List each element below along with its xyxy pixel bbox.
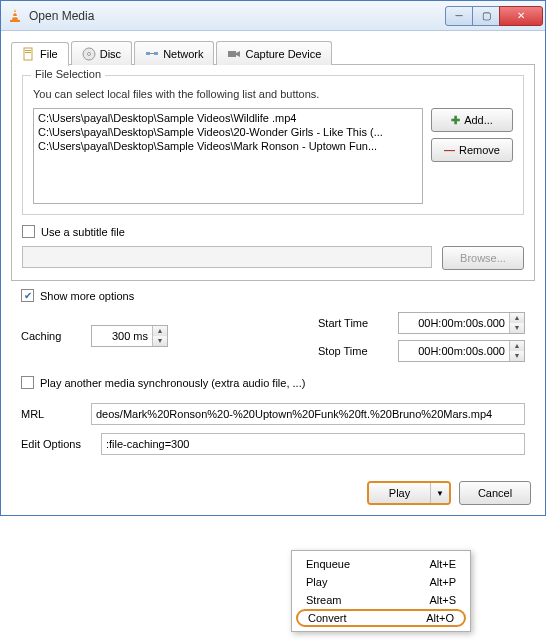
vlc-icon [7, 8, 23, 24]
svg-rect-5 [25, 50, 31, 51]
file-selection-hint: You can select local files with the foll… [33, 88, 513, 100]
cancel-button[interactable]: Cancel [459, 481, 531, 505]
show-more-checkbox[interactable] [21, 289, 34, 302]
menu-label: Convert [308, 612, 347, 624]
tab-disc[interactable]: Disc [71, 41, 132, 65]
menu-label: Enqueue [306, 558, 350, 570]
cancel-button-label: Cancel [478, 487, 512, 499]
file-selection-group: File Selection You can select local file… [22, 75, 524, 215]
menu-label: Play [306, 576, 327, 588]
stop-time-label: Stop Time [318, 345, 388, 357]
network-icon [145, 47, 159, 61]
svg-rect-12 [228, 51, 236, 57]
start-time-value[interactable] [399, 317, 509, 329]
spin-down-icon[interactable]: ▼ [510, 323, 524, 333]
disc-icon [82, 47, 96, 61]
spin-down-icon[interactable]: ▼ [153, 336, 167, 346]
file-selection-legend: File Selection [31, 68, 105, 80]
spin-up-icon[interactable]: ▲ [510, 341, 524, 351]
window-controls: ─ ▢ ✕ [446, 6, 543, 26]
spin-up-icon[interactable]: ▲ [153, 326, 167, 336]
play-another-checkbox[interactable] [21, 376, 34, 389]
file-icon [22, 47, 36, 61]
show-more-label: Show more options [40, 290, 134, 302]
spin-down-icon[interactable]: ▼ [510, 351, 524, 361]
action-bar: Play ▼ Cancel [1, 473, 545, 515]
tab-network-label: Network [163, 48, 203, 60]
browse-button-label: Browse... [460, 252, 506, 264]
svg-marker-0 [12, 9, 18, 20]
stop-time-value[interactable] [399, 345, 509, 357]
window-title: Open Media [29, 9, 446, 23]
tab-file-label: File [40, 48, 58, 60]
svg-point-8 [87, 52, 90, 55]
subtitle-checkbox[interactable] [22, 225, 35, 238]
svg-rect-9 [146, 52, 150, 55]
stop-time-spinbox[interactable]: ▲▼ [398, 340, 525, 362]
svg-rect-6 [25, 52, 31, 53]
svg-rect-1 [10, 20, 20, 22]
menu-shortcut: Alt+O [426, 612, 454, 624]
maximize-button[interactable]: ▢ [472, 6, 500, 26]
subtitle-path-input [22, 246, 432, 268]
svg-rect-2 [13, 12, 16, 13]
tab-capture[interactable]: Capture Device [216, 41, 332, 65]
spin-up-icon[interactable]: ▲ [510, 313, 524, 323]
tab-capture-label: Capture Device [245, 48, 321, 60]
caching-value[interactable] [92, 330, 152, 342]
tab-file[interactable]: File [11, 42, 69, 66]
svg-rect-4 [24, 48, 32, 60]
list-item[interactable]: C:\Users\payal\Desktop\Sample Videos\Mar… [36, 139, 420, 153]
remove-button-label: Remove [459, 144, 500, 156]
menu-shortcut: Alt+S [429, 594, 456, 606]
capture-icon [227, 47, 241, 61]
svg-rect-10 [154, 52, 158, 55]
minimize-button[interactable]: ─ [445, 6, 473, 26]
caching-spinbox[interactable]: ▲▼ [91, 325, 168, 347]
add-button[interactable]: ✚Add... [431, 108, 513, 132]
edit-options-input[interactable] [101, 433, 525, 455]
plus-icon: ✚ [451, 114, 460, 127]
play-another-label: Play another media synchronously (extra … [40, 377, 305, 389]
add-button-label: Add... [464, 114, 493, 126]
start-time-label: Start Time [318, 317, 388, 329]
play-button-label: Play [389, 487, 410, 499]
play-split-button[interactable]: Play ▼ [367, 481, 451, 505]
file-list[interactable]: C:\Users\payal\Desktop\Sample Videos\Wil… [33, 108, 423, 204]
menu-shortcut: Alt+E [429, 558, 456, 570]
menu-item-stream[interactable]: StreamAlt+S [292, 591, 470, 609]
start-time-spinbox[interactable]: ▲▼ [398, 312, 525, 334]
menu-item-play[interactable]: PlayAlt+P [292, 573, 470, 591]
menu-label: Stream [306, 594, 341, 606]
list-item[interactable]: C:\Users\payal\Desktop\Sample Videos\Wil… [36, 111, 420, 125]
tab-network[interactable]: Network [134, 41, 214, 65]
list-item[interactable]: C:\Users\payal\Desktop\Sample Videos\20-… [36, 125, 420, 139]
svg-rect-3 [13, 16, 18, 17]
remove-button[interactable]: —Remove [431, 138, 513, 162]
menu-item-enqueue[interactable]: EnqueueAlt+E [292, 555, 470, 573]
browse-button: Browse... [442, 246, 524, 270]
play-dropdown-arrow[interactable]: ▼ [431, 483, 449, 503]
close-button[interactable]: ✕ [499, 6, 543, 26]
titlebar: Open Media ─ ▢ ✕ [1, 1, 545, 31]
mrl-input[interactable] [91, 403, 525, 425]
menu-item-convert[interactable]: ConvertAlt+O [296, 609, 466, 627]
mrl-label: MRL [21, 408, 81, 420]
menu-shortcut: Alt+P [429, 576, 456, 588]
play-button[interactable]: Play [369, 483, 431, 503]
tab-panel-file: File Selection You can select local file… [11, 64, 535, 281]
caching-label: Caching [21, 330, 81, 342]
open-media-window: Open Media ─ ▢ ✕ File Disc Network Captu… [0, 0, 546, 516]
subtitle-checkbox-label: Use a subtitle file [41, 226, 125, 238]
svg-marker-13 [236, 51, 240, 57]
minus-icon: — [444, 144, 455, 156]
more-options-area: Caching ▲▼ Start Time ▲▼ [11, 312, 535, 469]
tab-bar: File Disc Network Capture Device [11, 41, 535, 65]
tab-disc-label: Disc [100, 48, 121, 60]
edit-options-label: Edit Options [21, 438, 91, 450]
play-dropdown-menu: EnqueueAlt+E PlayAlt+P StreamAlt+S Conve… [291, 550, 471, 632]
